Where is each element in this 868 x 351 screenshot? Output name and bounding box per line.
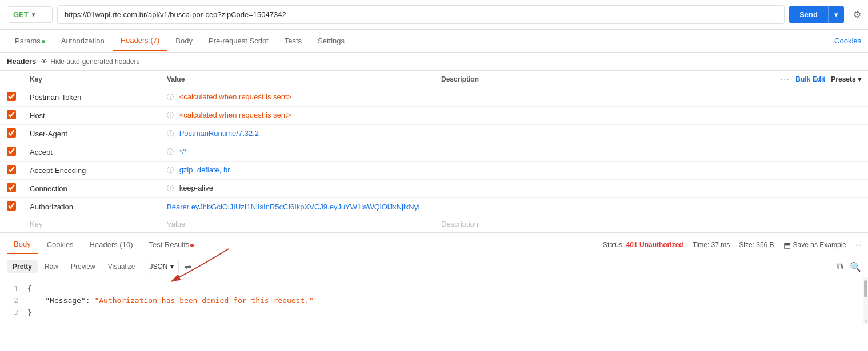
row-checkbox[interactable] [7,110,16,119]
table-row: User-Agent ⓘ PostmanRuntime/7.32.2 [0,125,868,143]
tab-authorization[interactable]: Authorization [53,31,113,51]
format-tab-raw[interactable]: Raw [39,260,64,273]
format-tab-pretty[interactable]: Pretty [7,260,38,273]
key-cell: Postman-Token [23,88,160,107]
copy-icon[interactable]: ⧉ [837,261,843,272]
resize-icon: ↕ [864,317,867,324]
settings-icon[interactable]: ⚙ [853,9,861,20]
more-dots[interactable]: ··· [781,75,790,83]
desc-cell [434,198,587,216]
tab-tests[interactable]: Tests [277,31,310,51]
bulk-edit-link[interactable]: Bulk Edit [795,75,825,83]
key-cell: Host [23,107,160,125]
eye-icon: 👁 [41,57,48,66]
row-checkbox[interactable] [7,165,16,174]
headers-section: Headers 👁 Hide auto-generated headers [0,53,868,71]
response-status: Status: 401 Unauthorized Time: 37 ms Siz… [603,240,861,249]
save-icon: ⬒ [783,240,791,249]
tab-settings[interactable]: Settings [310,31,353,51]
presets-link[interactable]: Presets ▾ [831,75,861,83]
response-section: Body Cookies Headers (10) Test Results S… [0,232,868,324]
row-checkbox[interactable] [7,92,16,101]
value-cell: ⓘ <calculated when request is sent> [160,107,434,125]
code-line-2: 2 "Message": "Authorization has been den… [7,295,861,307]
status-code: 401 Unauthorized [626,241,683,249]
method-select[interactable]: GET ▼ [7,6,53,23]
scrollbar-thumb [864,280,867,297]
search-icon[interactable]: 🔍 [850,261,861,272]
hide-auto-btn[interactable]: 👁 Hide auto-generated headers [41,57,139,66]
code-line-1: 1 { [7,283,861,295]
info-icon[interactable]: ⓘ [167,166,174,174]
format-tab-preview[interactable]: Preview [65,260,101,273]
response-tab-body[interactable]: Body [7,235,38,254]
value-cell: ⓘ keep-alive [160,180,434,198]
filter-icon[interactable]: ⇌ [185,262,191,271]
desc-cell [434,125,587,143]
save-example-button[interactable]: ⬒ Save as Example [783,240,846,249]
value-cell: ⓘ PostmanRuntime/7.32.2 [160,125,434,143]
tab-prerequest[interactable]: Pre-request Script [201,31,277,51]
row-checkbox[interactable] [7,128,16,138]
line-number: 3 [7,307,18,319]
info-icon[interactable]: ⓘ [167,93,174,101]
time-label: Time: [693,241,711,249]
desc-cell [434,180,587,198]
tab-params[interactable]: Params [7,31,53,51]
table-row: Authorization Bearer eyJhbGciOiJIUzI1NiI… [0,198,868,216]
response-tab-testresults[interactable]: Test Results [142,236,201,253]
row-checkbox[interactable] [7,147,16,156]
table-row: Postman-Token ⓘ <calculated when request… [0,88,868,107]
format-right-icons: ⧉ 🔍 [837,261,861,272]
col-desc-header: Description [434,71,587,88]
row-checkbox[interactable] [7,183,16,192]
response-tabs: Body Cookies Headers (10) Test Results S… [0,233,868,256]
code-value: "Authorization has been denied for this … [94,296,314,305]
desc-cell [434,162,587,180]
row-checkbox[interactable] [7,201,16,211]
placeholder-desc[interactable]: Description [434,216,587,232]
more-options-icon[interactable]: ··· [855,241,861,249]
placeholder-key[interactable]: Key [23,216,160,232]
size-value: 356 B [756,241,774,249]
key-cell: Accept-Encoding [23,162,160,180]
code-line-3: 3 } [7,307,861,319]
response-tab-headers[interactable]: Headers (10) [83,236,140,253]
cookies-link[interactable]: Cookies [834,37,861,45]
status-info: Status: 401 Unauthorized [603,241,683,249]
json-format-select[interactable]: JSON ▾ [145,260,179,273]
code-brace-close: } [27,307,861,319]
line-number: 2 [7,295,18,307]
url-input[interactable] [57,5,785,24]
size-info: Size: 356 B [739,241,774,249]
value-text: */* [179,147,187,156]
info-icon[interactable]: ⓘ [167,184,174,192]
save-example-label: Save as Example [793,241,846,249]
placeholder-value[interactable]: Value [160,216,434,232]
send-button[interactable]: Send [789,6,828,23]
format-tab-visualize[interactable]: Visualize [102,260,141,273]
params-dot [42,40,45,43]
method-chevron: ▼ [31,11,37,18]
test-results-dot [190,244,194,247]
code-key: "Message" [45,296,85,305]
code-keyval: "Message": "Authorization has been denie… [27,295,861,307]
send-dropdown-button[interactable]: ▾ [828,6,844,23]
tab-headers[interactable]: Headers (7) [113,30,168,51]
send-button-group: Send ▾ [789,6,844,23]
response-tab-cookies[interactable]: Cookies [40,236,81,253]
info-icon[interactable]: ⓘ [167,130,174,138]
headers-badge: (7) [150,36,159,45]
json-format-label: JSON [150,263,168,271]
format-tabs: Pretty Raw Preview Visualize JSON ▾ ⇌ ⧉ … [0,256,868,277]
desc-cell [434,107,587,125]
table-actions: ··· Bulk Edit Presets ▾ [594,75,861,83]
method-label: GET [13,10,29,19]
info-icon[interactable]: ⓘ [167,148,174,156]
info-icon[interactable]: ⓘ [167,111,174,119]
value-text: PostmanRuntime/7.32.2 [179,129,259,138]
desc-cell [434,88,587,107]
key-cell: Accept [23,143,160,162]
resize-handle[interactable]: ↕ [861,317,868,324]
tab-body[interactable]: Body [167,31,201,51]
